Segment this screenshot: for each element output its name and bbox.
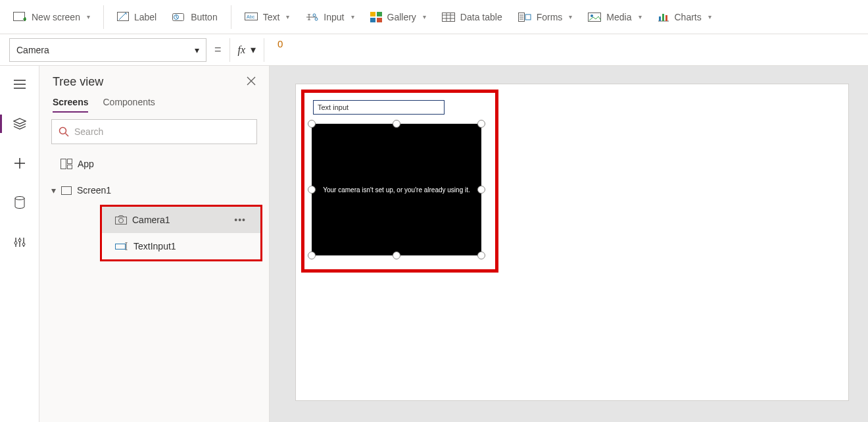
tree-node-label: Screen1 bbox=[77, 185, 111, 196]
svg-rect-0 bbox=[14, 12, 25, 20]
tree-search-input[interactable]: Search bbox=[51, 119, 257, 144]
insert-button[interactable] bbox=[6, 151, 34, 175]
chevron-down-icon: ▾ bbox=[569, 13, 572, 20]
insert-ribbon: New screen ▾ Label Button Abc Text ▾ Inp… bbox=[0, 0, 868, 34]
selection-handle[interactable] bbox=[477, 186, 485, 194]
tree-node-textinput1[interactable]: TextInput1 bbox=[102, 233, 260, 259]
input-menu[interactable]: Input ▾ bbox=[301, 8, 358, 26]
text-icon: Abc bbox=[245, 13, 258, 22]
label-button[interactable]: Label bbox=[113, 8, 160, 26]
gallery-icon bbox=[370, 12, 382, 22]
formula-value: 0 bbox=[277, 38, 283, 49]
selection-handle[interactable] bbox=[308, 186, 316, 194]
screen-icon bbox=[61, 186, 72, 195]
selection-handle[interactable] bbox=[393, 251, 400, 259]
chevron-down-icon: ▾ bbox=[51, 185, 56, 196]
annotation-highlight: Camera1 ••• TextInput1 bbox=[100, 205, 262, 261]
screen-canvas[interactable]: Text input Your camera isn't set up, or … bbox=[296, 84, 848, 400]
camera-control[interactable]: Your camera isn't set up, or you're alre… bbox=[312, 124, 481, 255]
svg-point-30 bbox=[119, 219, 124, 223]
selection-handle[interactable] bbox=[308, 251, 316, 259]
label-text: Label bbox=[134, 12, 157, 22]
property-selector[interactable]: Camera ▾ bbox=[9, 38, 206, 62]
main-area: Tree view Screens Components Search App … bbox=[0, 66, 868, 422]
chevron-down-icon: ▾ bbox=[251, 43, 256, 56]
button-button[interactable]: Button bbox=[168, 8, 221, 26]
selection-handle[interactable] bbox=[393, 120, 400, 128]
text-input-icon bbox=[115, 242, 128, 250]
close-icon bbox=[247, 76, 256, 86]
tab-screens-label: Screens bbox=[53, 97, 88, 107]
svg-rect-31 bbox=[116, 244, 126, 250]
chevron-down-icon: ▾ bbox=[423, 13, 426, 20]
charts-icon bbox=[658, 13, 669, 22]
svg-point-23 bbox=[22, 243, 25, 246]
svg-text:Abc: Abc bbox=[247, 14, 255, 19]
svg-point-24 bbox=[60, 128, 66, 134]
tree-node-screen1[interactable]: ▾ Screen1 bbox=[39, 177, 269, 203]
tools-button[interactable] bbox=[6, 230, 34, 254]
chevron-down-icon: ▾ bbox=[351, 13, 354, 20]
svg-rect-25 bbox=[61, 159, 66, 169]
text-input-control[interactable]: Text input bbox=[313, 100, 445, 115]
tab-components-label: Components bbox=[103, 97, 155, 107]
close-panel-button[interactable] bbox=[247, 76, 256, 88]
data-button[interactable] bbox=[6, 191, 34, 215]
tree-node-label: TextInput1 bbox=[133, 241, 176, 251]
formula-input[interactable]: 0 bbox=[271, 38, 861, 62]
label-icon bbox=[117, 12, 129, 22]
screen-plus-icon bbox=[13, 12, 26, 22]
tree-view-button[interactable] bbox=[6, 112, 34, 136]
layers-icon bbox=[13, 118, 26, 130]
chevron-down-icon: ▾ bbox=[286, 13, 289, 20]
database-icon bbox=[14, 196, 25, 209]
fx-expand-button[interactable]: fx ▾ bbox=[229, 38, 265, 62]
new-screen-label: New screen bbox=[32, 12, 80, 22]
svg-point-6 bbox=[313, 14, 316, 16]
forms-label: Forms bbox=[537, 12, 563, 22]
plus-icon bbox=[14, 158, 25, 169]
tab-components[interactable]: Components bbox=[103, 97, 155, 113]
media-menu[interactable]: Media ▾ bbox=[584, 8, 645, 26]
forms-icon bbox=[518, 13, 531, 22]
chevron-down-icon: ▾ bbox=[87, 13, 90, 20]
tab-screens[interactable]: Screens bbox=[53, 97, 88, 113]
tools-icon bbox=[14, 236, 26, 248]
text-menu[interactable]: Abc Text ▾ bbox=[241, 8, 294, 26]
media-icon bbox=[588, 13, 601, 22]
svg-point-21 bbox=[14, 242, 17, 244]
chevron-down-icon: ▾ bbox=[195, 45, 199, 55]
data-table-icon bbox=[442, 13, 455, 22]
svg-rect-26 bbox=[68, 159, 72, 164]
camera-status-message: Your camera isn't set up, or you're alre… bbox=[323, 186, 470, 194]
canvas-area: Text input Your camera isn't set up, or … bbox=[270, 66, 868, 422]
svg-rect-12 bbox=[442, 13, 454, 21]
button-text: Button bbox=[191, 12, 217, 22]
svg-rect-28 bbox=[62, 186, 72, 194]
tree-list: App ▾ Screen1 Camera1 ••• TextInput1 bbox=[39, 151, 269, 422]
gallery-label: Gallery bbox=[387, 12, 416, 22]
svg-rect-19 bbox=[665, 15, 667, 21]
hamburger-button[interactable] bbox=[6, 72, 34, 96]
more-options-button[interactable]: ••• bbox=[234, 215, 249, 225]
new-screen-button[interactable]: New screen ▾ bbox=[9, 8, 94, 26]
tree-node-camera1[interactable]: Camera1 ••• bbox=[102, 207, 260, 233]
tree-node-app[interactable]: App bbox=[39, 151, 269, 177]
svg-rect-8 bbox=[370, 12, 375, 16]
forms-menu[interactable]: Forms ▾ bbox=[514, 8, 577, 26]
gallery-menu[interactable]: Gallery ▾ bbox=[366, 8, 430, 26]
tree-node-label: App bbox=[78, 159, 94, 169]
data-table-button[interactable]: Data table bbox=[438, 8, 506, 26]
chevron-down-icon: ▾ bbox=[708, 13, 711, 20]
charts-menu[interactable]: Charts ▾ bbox=[654, 8, 715, 26]
selection-handle[interactable] bbox=[477, 251, 485, 259]
hamburger-icon bbox=[14, 80, 26, 89]
text-label: Text bbox=[263, 12, 280, 22]
search-icon bbox=[59, 126, 69, 137]
chevron-down-icon: ▾ bbox=[639, 13, 642, 20]
charts-label: Charts bbox=[675, 12, 702, 22]
app-icon bbox=[60, 159, 72, 169]
selection-handle[interactable] bbox=[477, 120, 485, 128]
input-icon bbox=[305, 13, 318, 22]
selection-handle[interactable] bbox=[308, 120, 316, 128]
